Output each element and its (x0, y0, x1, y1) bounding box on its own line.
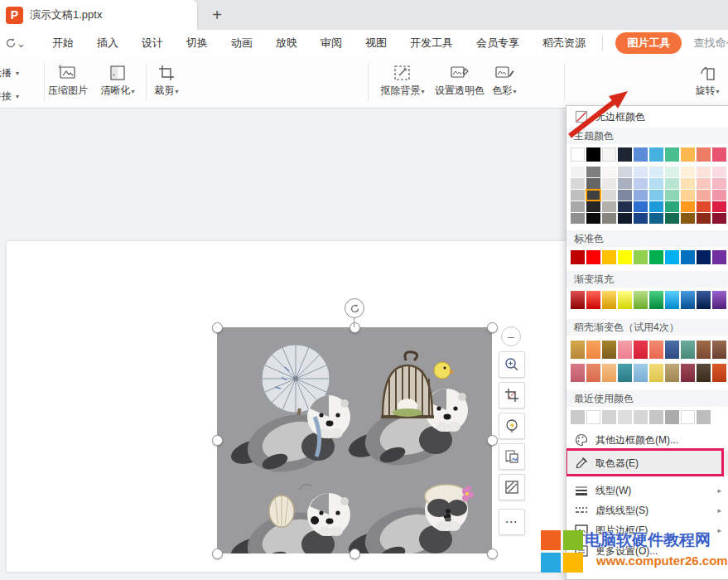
color-swatch[interactable] (618, 291, 632, 309)
dash-style-item[interactable]: 虚线线型(S) ▸ (566, 500, 728, 520)
color-variant-swatch[interactable] (571, 178, 585, 189)
color-variant-swatch[interactable] (634, 213, 648, 224)
color-swatch[interactable] (571, 147, 585, 162)
color-swatch[interactable] (571, 250, 585, 264)
color-swatch[interactable] (649, 291, 663, 309)
menu-docer[interactable]: 稻壳资源 (531, 30, 597, 56)
color-swatch[interactable] (634, 341, 648, 359)
color-swatch[interactable] (571, 410, 585, 424)
color-variant-swatch[interactable] (571, 167, 585, 177)
color-variant-swatch[interactable] (602, 167, 616, 177)
color-variant-swatch[interactable] (571, 201, 585, 212)
menu-home[interactable]: 开始 (41, 30, 85, 56)
color-swatch[interactable] (571, 341, 585, 359)
color-swatch[interactable] (634, 364, 648, 382)
command-search[interactable]: 查找命令、搜 (690, 36, 728, 51)
set-transparent-color-button[interactable]: 设置透明色 (431, 64, 489, 98)
resize-handle-se[interactable] (487, 549, 498, 559)
line-style-item[interactable]: 线型(W) ▸ (566, 481, 728, 500)
color-swatch[interactable] (665, 147, 679, 162)
other-border-colors-item[interactable]: 其他边框颜色(M)... (566, 429, 728, 451)
color-variant-swatch[interactable] (681, 167, 695, 177)
color-swatch[interactable] (665, 291, 679, 309)
remove-background-button[interactable]: 抠除背景▾ (374, 64, 431, 98)
color-swatch[interactable] (665, 410, 679, 424)
resize-handle-e[interactable] (487, 435, 498, 446)
color-variant-swatch[interactable] (586, 213, 600, 224)
color-swatch[interactable] (602, 341, 616, 359)
color-variant-swatch[interactable] (649, 167, 663, 177)
resize-handle-w[interactable] (212, 435, 223, 446)
color-swatch[interactable] (618, 250, 632, 264)
color-variant-swatch[interactable] (649, 190, 663, 201)
color-swatch[interactable] (712, 250, 726, 264)
menu-review[interactable]: 审阅 (309, 30, 354, 56)
menu-devtools[interactable]: 开发工具 (398, 30, 465, 56)
menu-transition[interactable]: 切换 (175, 30, 219, 56)
color-swatch[interactable] (681, 250, 695, 264)
picture-border-item[interactable]: 图片边框(F) ▸ (566, 520, 728, 540)
color-variant-swatch[interactable] (571, 213, 585, 224)
color-swatch[interactable] (602, 291, 616, 309)
color-swatch[interactable] (571, 291, 585, 309)
redo-icon[interactable] (5, 37, 17, 49)
color-variant-swatch[interactable] (712, 167, 726, 177)
color-swatch[interactable] (649, 147, 663, 162)
color-variant-swatch[interactable] (602, 178, 616, 189)
color-swatch[interactable] (697, 291, 711, 309)
effects-style-button[interactable] (499, 474, 525, 500)
menu-animation[interactable]: 动画 (219, 30, 264, 56)
color-variant-swatch[interactable] (586, 178, 600, 189)
color-swatch[interactable] (665, 364, 679, 382)
color-variant-swatch[interactable] (665, 190, 679, 201)
color-swatch[interactable] (712, 147, 726, 162)
compress-image-button[interactable]: 压缩图片 (45, 64, 91, 98)
color-variant-swatch[interactable] (634, 178, 648, 189)
color-variant-swatch[interactable] (602, 201, 616, 212)
color-variant-swatch[interactable] (602, 213, 616, 224)
color-variant-swatch[interactable] (634, 190, 648, 201)
color-swatch[interactable] (697, 364, 711, 382)
color-variant-swatch[interactable] (697, 213, 711, 224)
color-swatch[interactable] (602, 410, 616, 424)
color-variant-swatch[interactable] (681, 178, 695, 189)
color-variant-swatch[interactable] (681, 213, 695, 224)
color-variant-swatch[interactable] (649, 201, 663, 212)
color-swatch[interactable] (634, 147, 648, 162)
color-variant-swatch[interactable] (618, 201, 632, 212)
color-swatch[interactable] (649, 410, 663, 424)
color-variant-swatch[interactable] (618, 178, 632, 189)
color-swatch[interactable] (618, 147, 632, 162)
color-variant-swatch[interactable] (665, 167, 679, 177)
resize-handle-nw[interactable] (212, 322, 223, 333)
no-border-color-item[interactable]: 无边框颜色 (566, 106, 728, 128)
color-swatch[interactable] (586, 250, 600, 264)
color-swatch[interactable] (649, 364, 663, 382)
menu-insert[interactable]: 插入 (85, 30, 130, 56)
color-swatch[interactable] (586, 291, 600, 309)
color-swatch[interactable] (602, 147, 616, 162)
color-swatch[interactable] (649, 250, 663, 264)
replace-picture-button[interactable] (499, 443, 525, 470)
color-swatch[interactable] (586, 410, 600, 424)
menu-design[interactable]: 设计 (130, 30, 175, 56)
color-variant-swatch[interactable] (649, 213, 663, 224)
color-swatch[interactable] (618, 364, 632, 382)
color-swatch[interactable] (586, 147, 600, 162)
color-variant-swatch[interactable] (634, 201, 648, 212)
color-swatch[interactable] (697, 341, 711, 359)
rotate-button[interactable]: 旋转▾ (689, 64, 726, 98)
color-swatch[interactable] (712, 291, 726, 309)
color-variant-swatch[interactable] (586, 201, 600, 212)
color-swatch[interactable] (586, 364, 600, 382)
color-swatch[interactable] (634, 250, 648, 264)
color-swatch[interactable] (649, 341, 663, 359)
rotate-handle[interactable] (345, 298, 364, 318)
color-swatch[interactable] (665, 341, 679, 359)
color-swatch[interactable] (681, 291, 695, 309)
color-variant-swatch[interactable] (665, 213, 679, 224)
crop-button[interactable]: 裁剪▾ (149, 64, 184, 98)
color-swatch[interactable] (681, 364, 695, 382)
color-variant-swatch[interactable] (697, 178, 711, 189)
color-swatch[interactable] (712, 341, 726, 359)
